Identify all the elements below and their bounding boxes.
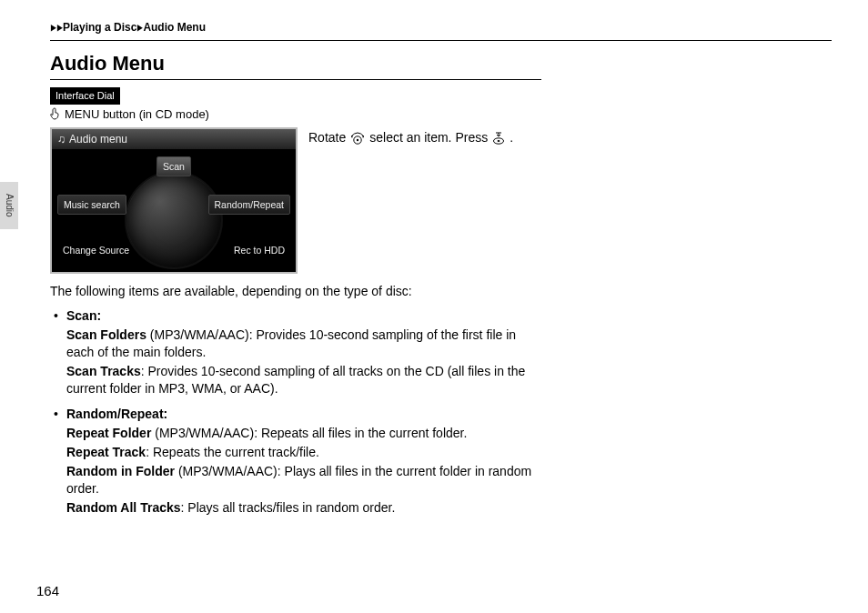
breadcrumb-bar: ▶ ▶ Playing a Disc ▶ Audio Menu xyxy=(50,18,832,41)
random-all-tracks-text: : Plays all tracks/files in random order… xyxy=(181,500,396,515)
rotate-icon xyxy=(349,131,366,146)
item-scan: Scan: Scan Folders (MP3/WMA/AAC): Provid… xyxy=(50,307,541,397)
screen-option-rec-to-hdd: Rec to HDD xyxy=(228,241,290,259)
menu-button-text: MENU button (in CD mode) xyxy=(65,106,209,123)
svg-point-1 xyxy=(357,138,358,140)
page-title: Audio Menu xyxy=(50,50,541,80)
breadcrumb: ▶ ▶ Playing a Disc ▶ Audio Menu xyxy=(50,20,206,35)
screen-option-scan: Scan xyxy=(156,156,191,176)
press-icon xyxy=(491,131,506,146)
chevron-right-icon: ▶ xyxy=(137,22,143,33)
scan-folders-label: Scan Folders xyxy=(66,327,146,342)
intro-text: The following items are available, depen… xyxy=(50,283,541,300)
instr-mid: select an item. Press xyxy=(369,129,488,146)
screen-option-random-repeat: Random/Repeat xyxy=(208,195,290,215)
repeat-track-label: Repeat Track xyxy=(66,445,146,459)
screen-title: Audio menu xyxy=(69,129,127,149)
screen-option-change-source: Change Source xyxy=(57,241,135,259)
repeat-folder-text: (MP3/WMA/AAC): Repeats all files in the … xyxy=(151,426,467,440)
breadcrumb-item: Audio Menu xyxy=(143,20,206,35)
screen-option-music-search: Music search xyxy=(57,195,126,215)
instruction-line: Rotate select an item. Press xyxy=(308,127,513,146)
random-all-tracks-label: Random All Tracks xyxy=(66,500,181,515)
menu-button-line: MENU button (in CD mode) xyxy=(50,106,541,123)
finger-icon xyxy=(50,107,61,120)
page-number: 164 xyxy=(36,582,59,600)
scan-tracks-label: Scan Tracks xyxy=(66,364,141,378)
chevron-right-icon: ▶ xyxy=(51,22,56,33)
instr-post: . xyxy=(510,129,513,146)
item-rr-head: Random/Repeat: xyxy=(66,407,167,421)
screen-titlebar: ♫ Audio menu xyxy=(52,129,296,149)
item-random-repeat: Random/Repeat: Repeat Folder (MP3/WMA/AA… xyxy=(50,406,541,516)
instr-pre: Rotate xyxy=(308,129,346,146)
repeat-folder-label: Repeat Folder xyxy=(66,426,151,440)
chevron-right-icon: ▶ xyxy=(57,22,63,33)
random-in-folder-label: Random in Folder xyxy=(66,464,175,478)
item-scan-head: Scan: xyxy=(66,308,101,323)
dial-graphic xyxy=(125,171,223,269)
svg-point-3 xyxy=(498,140,500,142)
interface-dial-badge: Interface Dial xyxy=(50,87,120,105)
repeat-track-text: : Repeats the current track/file. xyxy=(146,445,319,459)
breadcrumb-item: Playing a Disc xyxy=(63,20,136,35)
device-screenshot: ♫ Audio menu Scan Music search Random/Re… xyxy=(50,127,298,274)
note-icon: ♫ xyxy=(57,129,66,149)
